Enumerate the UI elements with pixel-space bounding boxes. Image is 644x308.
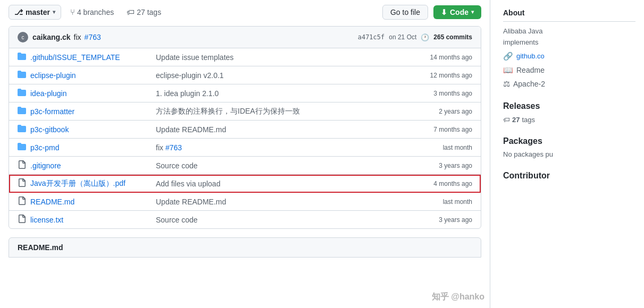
code-button[interactable]: ⬇ Code ▾ xyxy=(433,5,481,19)
folder-icon xyxy=(18,106,30,116)
table-row: p3c-pmdfix #763last month xyxy=(9,139,481,157)
file-name[interactable]: README.md xyxy=(30,198,147,206)
about-section: About Alibaba Java implements 🔗 github.c… xyxy=(503,8,635,89)
tags-label-sidebar: tags xyxy=(522,116,535,124)
tag-icon: 🏷 xyxy=(127,7,135,16)
file-commit-message: Source code xyxy=(147,216,403,224)
file-time: 4 months ago xyxy=(403,180,472,187)
file-commit-message: Update README.md xyxy=(147,125,403,134)
packages-title: Packages xyxy=(503,136,635,146)
packages-text: No packages pu xyxy=(503,150,635,158)
file-name[interactable]: p3c-gitbook xyxy=(30,125,147,134)
file-time: 14 months ago xyxy=(403,54,472,61)
file-commit-message: 方法参数的注释换行，与IDEA行为保持一致 xyxy=(147,107,403,116)
file-time: 3 months ago xyxy=(403,90,472,97)
commits-count: 265 commits xyxy=(433,33,472,41)
commit-message: fix xyxy=(74,33,81,41)
code-label: Code xyxy=(450,8,469,16)
sidebar: About Alibaba Java implements 🔗 github.c… xyxy=(490,0,644,308)
file-name[interactable]: p3c-pmd xyxy=(30,143,147,152)
code-chevron-icon: ▾ xyxy=(471,9,474,15)
commit-header-row: c caikang.ck fix #763 a471c5f on 21 Oct … xyxy=(9,27,481,48)
watermark: 知乎 @hanko xyxy=(432,292,484,303)
file-commit-message: Add files via upload xyxy=(147,179,403,188)
commit-info: caikang.ck fix #763 xyxy=(32,33,354,41)
commit-link[interactable]: #763 xyxy=(85,33,101,41)
file-name[interactable]: idea-plugin xyxy=(30,89,147,98)
download-icon: ⬇ xyxy=(441,8,447,16)
file-time: 2 years ago xyxy=(403,108,472,115)
book-icon: 📖 xyxy=(503,65,513,75)
balance-icon: ⚖ xyxy=(503,79,510,89)
file-commit-message: eclipse-plugin v2.0.1 xyxy=(147,71,403,80)
file-time: 3 years ago xyxy=(403,216,472,224)
table-row: p3c-formatter方法参数的注释换行，与IDEA行为保持一致2 year… xyxy=(9,102,481,121)
readme-title: README.md xyxy=(18,243,63,252)
table-row: .github/ISSUE_TEMPLATEUpdate issue templ… xyxy=(9,48,481,66)
file-table: c caikang.ck fix #763 a471c5f on 21 Oct … xyxy=(9,26,481,229)
folder-icon xyxy=(18,124,30,134)
file-icon xyxy=(18,215,30,225)
table-row: idea-plugin1. idea plugin 2.1.03 months … xyxy=(9,84,481,102)
tags-button[interactable]: 🏷 27 tags xyxy=(123,4,165,20)
branch-icon: ⎇ xyxy=(14,8,23,16)
tag-icon2: 🏷 xyxy=(503,116,510,124)
file-time: 7 months ago xyxy=(403,126,472,133)
license-label: Apache-2 xyxy=(513,80,545,88)
readme-label: Readme xyxy=(516,66,545,74)
table-row: Java开发手册（嵩山版）.pdfAdd files via upload4 m… xyxy=(9,175,481,193)
file-name[interactable]: p3c-formatter xyxy=(30,107,147,116)
file-rows: .github/ISSUE_TEMPLATEUpdate issue templ… xyxy=(9,48,481,228)
file-name[interactable]: eclipse-plugin xyxy=(30,71,147,80)
chevron-down-icon: ▾ xyxy=(53,9,55,15)
contributors-section: Contributor xyxy=(503,171,635,181)
link-icon: 🔗 xyxy=(503,52,513,61)
table-row: p3c-gitbookUpdate README.md7 months ago xyxy=(9,121,481,139)
table-row: license.txtSource code3 years ago xyxy=(9,211,481,228)
file-icon xyxy=(18,178,30,189)
folder-icon xyxy=(18,142,30,152)
commit-date: on 21 Oct xyxy=(389,33,416,41)
about-text: Alibaba Java implements xyxy=(503,26,635,48)
file-name[interactable]: .gitignore xyxy=(30,161,147,170)
tags-badge: 🏷 27 tags xyxy=(503,116,535,124)
file-name[interactable]: Java开发手册（嵩山版）.pdf xyxy=(30,179,147,189)
file-icon xyxy=(18,196,30,207)
contributors-title: Contributor xyxy=(503,171,635,181)
toolbar: ⎇ master ▾ ⑂ 4 branches 🏷 27 tags Go to … xyxy=(9,0,481,26)
file-time: 12 months ago xyxy=(403,72,472,79)
table-row: eclipse-plugineclipse-plugin v2.0.112 mo… xyxy=(9,66,481,84)
branch-selector[interactable]: ⎇ master ▾ xyxy=(9,5,61,20)
folder-icon xyxy=(18,52,30,62)
readme-item: 📖 Readme xyxy=(503,65,635,75)
file-time: 3 years ago xyxy=(403,162,472,169)
branches-label: 4 branches xyxy=(77,8,114,16)
go-to-file-button[interactable]: Go to file xyxy=(382,5,428,20)
releases-title: Releases xyxy=(503,101,635,111)
file-icon xyxy=(18,160,30,170)
tags-label: 27 tags xyxy=(137,8,161,16)
branches-button[interactable]: ⑂ 4 branches xyxy=(66,4,118,20)
github-link-item: 🔗 github.co xyxy=(503,52,635,61)
github-link[interactable]: github.co xyxy=(516,52,545,60)
license-item: ⚖ Apache-2 xyxy=(503,79,635,89)
packages-section: Packages No packages pu xyxy=(503,136,635,158)
file-name[interactable]: .github/ISSUE_TEMPLATE xyxy=(30,53,147,62)
file-commit-message: Source code xyxy=(147,161,403,170)
clock-icon: 🕐 xyxy=(421,33,429,41)
file-time: last month xyxy=(403,198,472,206)
folder-icon xyxy=(18,70,30,80)
table-row: .gitignoreSource code3 years ago xyxy=(9,157,481,175)
branch-name: master xyxy=(26,8,50,16)
commit-author: caikang.ck xyxy=(32,33,71,41)
file-commit-message: fix #763 xyxy=(147,143,403,152)
folder-icon xyxy=(18,88,30,98)
readme-section-header: README.md xyxy=(9,237,481,258)
commit-hash-area: a471c5f on 21 Oct 🕐 265 commits xyxy=(358,33,472,41)
file-commit-message: 1. idea plugin 2.1.0 xyxy=(147,89,403,98)
releases-section: Releases 🏷 27 tags xyxy=(503,101,635,124)
file-commit-message: Update README.md xyxy=(147,198,403,206)
file-time: last month xyxy=(403,144,472,151)
commit-msg-link[interactable]: #763 xyxy=(165,143,182,152)
file-name[interactable]: license.txt xyxy=(30,216,147,224)
